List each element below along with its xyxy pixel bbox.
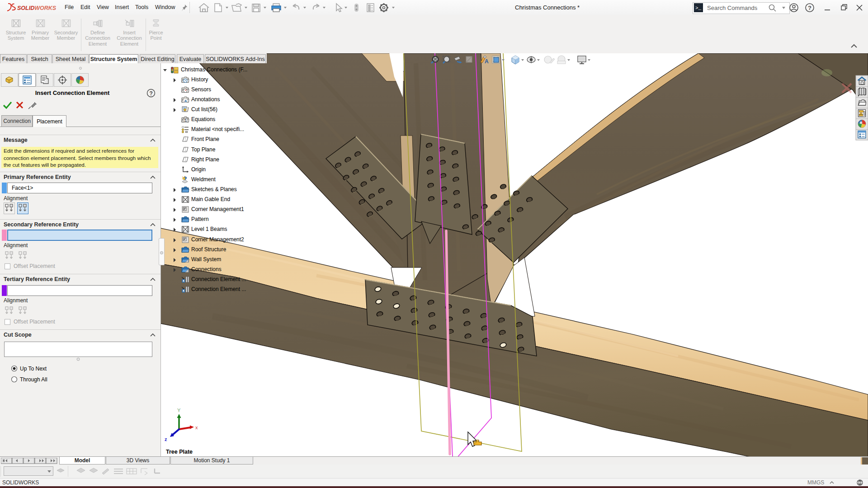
svg-text:?: ? bbox=[150, 90, 153, 97]
svg-text:?: ? bbox=[808, 5, 811, 11]
svg-text:Tree Plate: Tree Plate bbox=[166, 449, 193, 455]
svg-text:Y: Y bbox=[177, 408, 181, 413]
svg-text:z: z bbox=[165, 436, 167, 442]
svg-text:x: x bbox=[195, 425, 198, 430]
svg-text:SOLIDWORKS: SOLIDWORKS bbox=[17, 5, 57, 11]
svg-text:>_: >_ bbox=[695, 5, 702, 11]
svg-text:A: A bbox=[485, 58, 489, 65]
svg-text:Search Commands: Search Commands bbox=[707, 5, 758, 11]
